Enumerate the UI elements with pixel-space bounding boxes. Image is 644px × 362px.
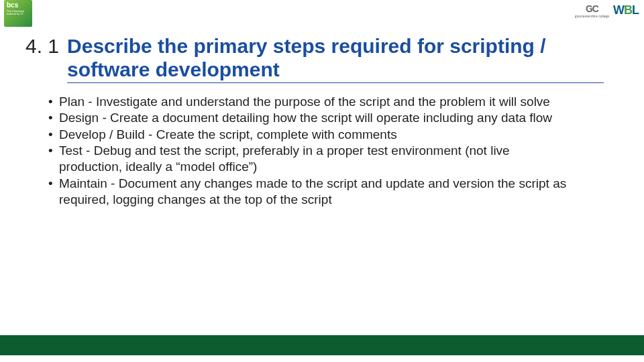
bullet-list: Plan - Investigate and understand the pu… [48,94,570,208]
list-item: Develop / Build - Create the script, com… [48,127,570,143]
bcs-logo-text: bcs [7,2,18,9]
gc-logo-sub: gloucestershire college [575,14,609,18]
list-item: Maintain - Document any changes made to … [48,176,570,208]
list-item: Design - Create a document detailing how… [48,110,570,126]
wbl-logo: WBL [613,3,639,17]
gc-logo-text: GC [586,3,598,14]
gc-logo: GC gloucestershire college [575,3,609,18]
bcs-logo: bcs The Chartered Institute for IT [4,0,32,27]
content-area: Plan - Investigate and understand the pu… [48,94,570,208]
bcs-logo-subtext: The Chartered Institute for IT [7,10,30,16]
list-item: Test - Debug and test the script, prefer… [48,143,570,176]
right-logos: GC gloucestershire college WBL [575,3,639,18]
wbl-letter-w: W [613,3,624,17]
list-item: Plan - Investigate and understand the pu… [48,94,570,110]
slide-header: bcs The Chartered Institute for IT GC gl… [0,0,644,21]
slide-title: Describe the primary steps required for … [67,35,604,83]
wbl-letter-b: B [624,3,632,17]
footer-bar [0,335,644,355]
section-number: 4. 1 [25,35,59,58]
wbl-letter-l: L [632,3,639,17]
title-row: 4. 1 Describe the primary steps required… [25,35,604,83]
